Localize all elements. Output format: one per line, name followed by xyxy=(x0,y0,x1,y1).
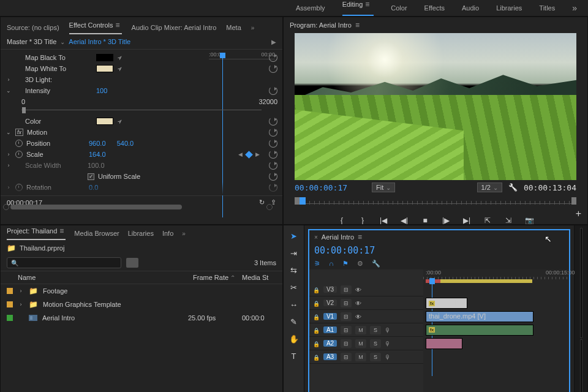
rotation-value[interactable]: 0.0 xyxy=(89,184,98,191)
snap-icon[interactable]: ⚞ xyxy=(314,260,320,268)
wrench-icon[interactable] xyxy=(508,183,518,192)
intensity-value[interactable]: 100 xyxy=(96,87,107,94)
col-frame-rate[interactable]: Frame Rate ⌃ xyxy=(193,274,242,281)
reset-icon[interactable] xyxy=(269,183,277,192)
reset-icon[interactable] xyxy=(269,117,277,126)
step-forward-icon[interactable]: ▶| xyxy=(462,216,472,225)
in-point-icon[interactable] xyxy=(295,197,300,205)
track-header-a2[interactable]: A2⊟MS xyxy=(309,337,423,350)
mark-in-icon[interactable]: { xyxy=(337,216,347,225)
reset-icon[interactable] xyxy=(269,172,277,181)
track-header-v1[interactable]: V1⊟ xyxy=(309,310,423,323)
tab-media-browser[interactable]: Media Browser xyxy=(74,230,119,237)
lock-icon[interactable] xyxy=(313,353,320,361)
play-icon[interactable]: |▶ xyxy=(441,216,451,225)
sync-lock-icon[interactable]: ⊟ xyxy=(341,353,352,361)
lock-icon[interactable] xyxy=(313,313,320,320)
ws-overflow-icon[interactable]: » xyxy=(572,3,577,13)
chevron-right-icon[interactable]: › xyxy=(6,162,12,168)
breadcrumb-sequence[interactable]: Aerial Intro * 3D Title xyxy=(69,38,130,45)
anchor-x[interactable]: 640.0 xyxy=(89,195,106,195)
reset-icon[interactable] xyxy=(269,64,277,73)
add-button-icon[interactable]: + xyxy=(576,208,581,219)
chevron-right-icon[interactable]: › xyxy=(6,151,12,157)
chevron-down-icon[interactable]: ⌄ xyxy=(60,39,65,45)
marker-icon[interactable]: ⚑ xyxy=(342,260,349,268)
lift-icon[interactable]: ⇱ xyxy=(483,216,492,225)
ws-titles[interactable]: Titles xyxy=(539,4,555,12)
clip-audio-a2[interactable] xyxy=(426,338,462,349)
add-keyframe-icon[interactable] xyxy=(245,151,253,159)
stopwatch-icon[interactable] xyxy=(15,195,23,195)
out-point-icon[interactable] xyxy=(571,197,576,205)
chevron-right-icon[interactable]: › xyxy=(6,77,12,83)
list-item[interactable]: › Footage xyxy=(1,284,282,298)
color-swatch-white[interactable] xyxy=(96,65,113,72)
hamburger-icon[interactable] xyxy=(59,227,66,235)
project-search-input[interactable] xyxy=(7,257,121,268)
zoom-dropdown[interactable]: 1/2⌄ xyxy=(477,183,502,192)
next-keyframe-icon[interactable]: ▶ xyxy=(255,151,260,157)
reset-icon[interactable] xyxy=(269,139,277,148)
lock-icon[interactable] xyxy=(313,300,320,307)
track-header-a3[interactable]: A3⊟MS xyxy=(309,350,423,364)
eye-icon[interactable] xyxy=(355,286,361,293)
lock-icon[interactable] xyxy=(313,340,320,347)
effect-scrollbar[interactable] xyxy=(3,203,273,211)
eyedropper-icon[interactable] xyxy=(117,65,124,72)
tab-source[interactable]: Source: (no clips) xyxy=(7,24,59,31)
sequence-name[interactable]: Aerial Intro xyxy=(322,233,354,241)
tab-metadata[interactable]: Meta xyxy=(226,24,241,31)
program-ruler[interactable] xyxy=(295,197,576,208)
mic-icon[interactable] xyxy=(385,340,391,347)
close-icon[interactable]: × xyxy=(314,234,318,241)
clip-3d-title[interactable]: fx3D Title xyxy=(426,298,467,309)
eyedropper-icon[interactable] xyxy=(117,118,124,125)
scale-value[interactable]: 164.0 xyxy=(89,151,106,158)
playhead-icon[interactable] xyxy=(429,278,435,284)
reset-icon[interactable] xyxy=(269,150,277,159)
solo-toggle[interactable]: S xyxy=(370,326,381,334)
chevron-right-icon[interactable]: › xyxy=(18,301,24,307)
stopwatch-icon[interactable] xyxy=(15,140,23,147)
prev-keyframe-icon[interactable]: ◀ xyxy=(238,151,243,157)
mark-out-icon[interactable]: } xyxy=(358,216,368,225)
tab-project[interactable]: Project: Thailand xyxy=(7,227,66,240)
reset-icon[interactable] xyxy=(269,128,277,137)
list-item[interactable]: Aerial Intro 25.00 fps 00:00:0 xyxy=(1,311,282,325)
hamburger-icon[interactable] xyxy=(116,21,122,29)
reset-icon[interactable] xyxy=(269,86,277,95)
timeline-track-area[interactable]: :00:00 00:00:15:00 fx3D Title thai_drone… xyxy=(423,270,569,392)
timeline-timecode[interactable]: 00:00:00:17 xyxy=(309,244,569,257)
tab-info[interactable]: Info xyxy=(162,230,173,237)
chevron-right-icon[interactable]: › xyxy=(6,184,12,190)
ws-editing[interactable]: Editing xyxy=(342,0,374,16)
reset-icon[interactable] xyxy=(269,194,277,195)
sync-lock-icon[interactable]: ⊟ xyxy=(341,326,352,334)
track-header-v2[interactable]: V2⊟ xyxy=(309,296,423,310)
sync-lock-icon[interactable]: ⊟ xyxy=(341,299,352,307)
ws-assembly[interactable]: Assembly xyxy=(296,4,325,12)
stop-icon[interactable]: ■ xyxy=(420,216,430,225)
go-to-in-icon[interactable]: |◀ xyxy=(379,216,388,225)
settings-icon[interactable]: ⚙ xyxy=(357,260,363,268)
tab-effect-controls[interactable]: Effect Controls xyxy=(69,21,122,34)
hamburger-icon[interactable] xyxy=(355,21,361,29)
chevron-down-icon[interactable]: ⌄ xyxy=(6,88,12,94)
razor-tool-icon[interactable]: ✂ xyxy=(288,282,300,293)
col-media-start[interactable]: Media St xyxy=(242,274,276,281)
intensity-slider[interactable] xyxy=(21,107,262,113)
uniform-scale-checkbox[interactable]: ✓ xyxy=(88,173,94,180)
slip-tool-icon[interactable]: ↔ xyxy=(288,299,300,310)
program-monitor[interactable] xyxy=(295,33,576,180)
sync-lock-icon[interactable]: ⊟ xyxy=(341,285,352,294)
step-back-icon[interactable]: ◀| xyxy=(399,216,409,225)
anchor-y[interactable]: 360.0 xyxy=(117,195,134,195)
mic-icon[interactable] xyxy=(385,326,391,334)
lock-icon[interactable] xyxy=(313,326,320,334)
hamburger-icon[interactable] xyxy=(358,233,364,241)
position-x[interactable]: 960.0 xyxy=(89,140,106,147)
reset-icon[interactable] xyxy=(269,53,277,62)
chevron-down-icon[interactable]: ⌄ xyxy=(6,129,12,135)
eyedropper-icon[interactable] xyxy=(117,54,124,61)
